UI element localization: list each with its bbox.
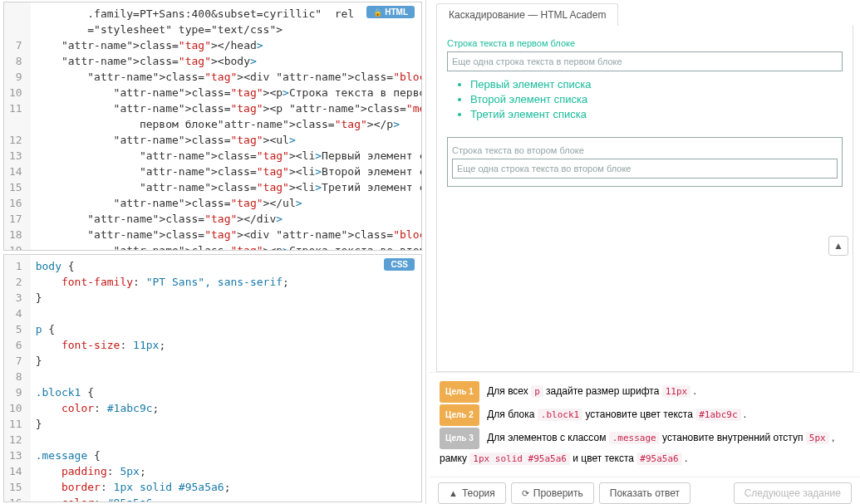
block2: Строка текста во втором блоке Еще одна с… <box>447 137 843 187</box>
preview-tab[interactable]: Каскадирование — HTML Academ <box>436 3 618 26</box>
preview-body: Строка текста в первом блоке Еще одна ст… <box>436 25 853 372</box>
check-button[interactable]: ⟳Проверить <box>511 482 594 504</box>
show-answer-button[interactable]: Показать ответ <box>599 482 690 504</box>
goal-2: Цель 2 Для блока .block1 установите цвет… <box>440 404 850 426</box>
html-code[interactable]: .family=PT+Sans:400&subset=cyrillic" rel… <box>31 2 421 250</box>
block1-message: Еще одна строка текста в первом блоке <box>447 51 843 71</box>
goal-badge-2: Цель 2 <box>440 404 479 426</box>
css-code[interactable]: body { font-family: "PT Sans", sans-seri… <box>31 255 421 502</box>
css-editor[interactable]: 1234567891011121314151617 body { font-fa… <box>4 255 421 502</box>
list-item: Первый элемент списка <box>470 78 843 91</box>
html-editor-pane: 🔒HTML 789101112131415161718192021 .famil… <box>3 2 422 251</box>
css-editor-pane: CSS 1234567891011121314151617 body { fon… <box>3 254 422 502</box>
goal-badge-3: Цель 3 <box>440 428 479 449</box>
html-gutter: 789101112131415161718192021 <box>4 2 31 250</box>
block1-text: Строка текста в первом блоке <box>447 38 843 48</box>
list-item: Третий элемент списка <box>470 108 843 120</box>
theory-button[interactable]: ▲Теория <box>438 482 506 504</box>
list: Первый элемент списка Второй элемент спи… <box>470 78 843 120</box>
html-badge: 🔒HTML <box>366 6 415 18</box>
refresh-icon: ⟳ <box>522 488 529 499</box>
goals-panel: Цель 1 Для всех p задайте размер шрифта … <box>430 372 860 477</box>
block1: Строка текста в первом блоке Еще одна ст… <box>447 38 843 120</box>
css-badge: CSS <box>384 258 415 271</box>
triangle-icon: ▲ <box>449 488 458 498</box>
goal-3: Цель 3 Для элементов с классом .message … <box>440 428 850 468</box>
block2-message: Еще одна строка текста во втором блоке <box>452 159 838 179</box>
list-item: Второй элемент списка <box>470 93 843 105</box>
html-editor[interactable]: 789101112131415161718192021 .family=PT+S… <box>4 2 421 250</box>
lock-icon: 🔒 <box>373 8 382 17</box>
preview-pane: Каскадирование — HTML Academ Строка текс… <box>430 0 860 372</box>
goal-badge-1: Цель 1 <box>440 381 479 403</box>
next-task-button[interactable]: Следующее задание <box>734 482 852 504</box>
block2-text: Строка текста во втором блоке <box>452 145 838 155</box>
goal-1: Цель 1 Для всех p задайте размер шрифта … <box>440 381 850 403</box>
css-gutter: 1234567891011121314151617 <box>4 255 31 502</box>
bottom-toolbar: ▲Теория ⟳Проверить Показать ответ Следую… <box>430 477 860 504</box>
scroll-up-button[interactable]: ▲ <box>828 236 848 256</box>
